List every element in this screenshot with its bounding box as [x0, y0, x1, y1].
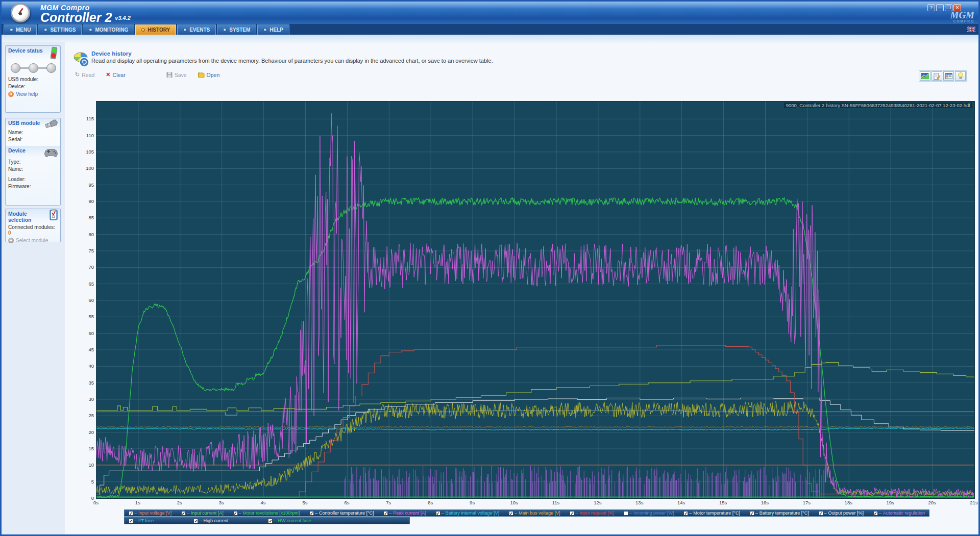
legend-item: ✓–Input current [A] — [181, 511, 224, 516]
legend-series-dash: – — [199, 518, 202, 523]
y-axis-tick-label: 95 — [79, 182, 94, 188]
open-button[interactable]: Open — [198, 72, 220, 78]
legend-checkbox[interactable]: ✓ — [129, 511, 133, 516]
report-button[interactable] — [932, 71, 942, 81]
legend-series-dash: – — [134, 511, 137, 516]
legend-checkbox[interactable]: ✓ — [383, 511, 388, 516]
tab-dot-icon — [223, 28, 227, 32]
window-extra-button[interactable]: ? — [927, 4, 935, 11]
legend-checkbox[interactable]: ✓ — [268, 519, 273, 523]
read-icon: ↻ — [75, 71, 80, 78]
legend-label: Main bus voltage [V] — [519, 511, 560, 516]
tab-settings[interactable]: SETTINGS — [38, 24, 82, 35]
device-status-title: Device status — [8, 47, 43, 54]
device-history-icon — [73, 51, 90, 67]
legend-item: ✓–I²T fuse — [129, 518, 154, 523]
chart-x-axis: 0s1s2s3s4s5s6s7s8s9s10s11s12s13s14s15s16… — [96, 500, 975, 507]
legend-checkbox[interactable]: ✓ — [873, 511, 878, 516]
legend-checkbox[interactable]: ✓ — [750, 511, 754, 516]
x-axis-tick-label: 21s — [970, 500, 977, 505]
legend-checkbox[interactable]: ✓ — [233, 511, 238, 516]
legend-item: ✓–Motor revolutions [x100rpm] — [233, 511, 300, 516]
tab-menu[interactable]: MENU — [4, 24, 37, 35]
legend-checkbox[interactable] — [624, 511, 628, 516]
y-axis-tick-label: 50 — [79, 330, 94, 336]
legend-label: HW current fuse — [278, 518, 311, 523]
legend-label: I²T fuse — [138, 518, 154, 523]
tab-monitoring[interactable]: MONITORING — [83, 24, 134, 35]
legend-checkbox[interactable]: ✓ — [181, 511, 186, 516]
clear-button[interactable]: ✕ Clear — [106, 71, 125, 78]
save-button[interactable]: Save — [166, 72, 187, 78]
mgm-compro-logo: MGM COMPRO — [950, 10, 974, 23]
tab-label: MENU — [16, 27, 31, 33]
x-axis-tick-label: 6s — [344, 500, 349, 505]
legend-series-dash: – — [689, 511, 692, 516]
select-module-bullet-icon: ➜ — [8, 238, 14, 243]
legend-series-dash: – — [442, 511, 444, 516]
tab-dot-icon — [263, 28, 267, 32]
chart-file-title: 9000_Controller 2 history SN-55FF6806837… — [784, 103, 972, 108]
y-axis-tick-label: 25 — [79, 413, 94, 418]
legend-checkbox[interactable]: ✓ — [309, 511, 314, 516]
legend-item: ✓–Peak current [A] — [383, 511, 426, 516]
tab-dot-icon — [89, 28, 92, 32]
legend-label: High current — [203, 518, 228, 523]
tab-events[interactable]: EVENTS — [177, 24, 216, 35]
y-axis-tick-label: 40 — [79, 363, 94, 369]
x-axis-tick-label: 9s — [470, 500, 475, 505]
device-status-label: Device: — [6, 83, 60, 90]
x-axis-tick-label: 2s — [177, 500, 182, 505]
legend-label: Input voltage [V] — [138, 511, 172, 516]
table-view-button[interactable] — [943, 71, 954, 81]
view-help-link[interactable]: ➜ View help — [6, 90, 60, 98]
legend-item: ✓–Battery internal voltage [V] — [436, 511, 500, 516]
chart-icon — [921, 73, 929, 79]
tab-help[interactable]: HELP — [257, 24, 289, 35]
y-axis-tick-label: 10 — [79, 462, 94, 468]
legend-label: Automatic regulation — [883, 511, 925, 516]
legend-checkbox[interactable]: ✓ — [683, 511, 688, 516]
legend-label: Input current [A] — [191, 511, 224, 516]
legend-checkbox[interactable]: ✓ — [570, 511, 574, 516]
read-button[interactable]: ↻ Read — [75, 71, 94, 78]
connected-modules-row: Connected modules: 0 — [6, 223, 60, 236]
usb-module-status-label: USB module: — [6, 75, 60, 83]
chart-y-axis: 0510152025303540455055606570758085909510… — [77, 101, 95, 499]
traffic-light-icon — [48, 46, 59, 60]
legend-series-dash: – — [274, 518, 276, 523]
device-type-label: Type: — [6, 158, 60, 165]
x-axis-tick-label: 18s — [845, 500, 852, 505]
menu-bar: MENUSETTINGSMONITORINGHISTORYEVENTSSYSTE… — [2, 24, 978, 35]
legend-series-dash: – — [315, 511, 317, 516]
legend-item: ✓–HW current fuse — [268, 518, 311, 523]
module-selection-panel: Module selection Connected modules: 0 ➜ … — [5, 209, 61, 242]
x-axis-tick-label: 15s — [719, 500, 727, 505]
sidebar: Device status USB module: Device: ➜ View… — [2, 42, 64, 536]
legend-checkbox[interactable]: ✓ — [436, 511, 440, 516]
y-axis-tick-label: 45 — [79, 347, 94, 352]
legend-checkbox[interactable]: ✓ — [819, 511, 823, 516]
legend-label: Input request [%] — [579, 511, 614, 516]
language-flag-icon[interactable] — [967, 27, 975, 32]
legend-checkbox[interactable]: ✓ — [193, 519, 198, 523]
x-axis-tick-label: 8s — [428, 500, 433, 505]
legend-checkbox[interactable]: ✓ — [509, 511, 513, 516]
x-axis-tick-label: 4s — [261, 500, 266, 505]
tips-button[interactable] — [955, 71, 966, 81]
y-axis-tick-label: 70 — [79, 264, 94, 270]
legend-item: ✓–Input voltage [V] — [129, 511, 172, 516]
open-folder-icon — [198, 72, 205, 78]
history-chart-plot: 9000_Controller 2 history SN-55FF6806837… — [96, 101, 975, 499]
select-module-link[interactable]: ➜ Select module — [6, 236, 60, 245]
tab-history[interactable]: HISTORY — [135, 24, 176, 35]
tab-label: SYSTEM — [229, 27, 250, 33]
advanced-chart-button[interactable] — [920, 71, 930, 81]
tab-system[interactable]: SYSTEM — [217, 24, 256, 35]
product-name: Controller 2 — [40, 10, 112, 24]
y-axis-tick-label: 20 — [79, 429, 94, 435]
y-axis-tick-label: 115 — [79, 116, 94, 121]
legend-checkbox[interactable]: ✓ — [129, 519, 133, 523]
minimize-button[interactable]: – — [936, 4, 944, 11]
page-description: Read and display all operating parameter… — [91, 58, 493, 64]
